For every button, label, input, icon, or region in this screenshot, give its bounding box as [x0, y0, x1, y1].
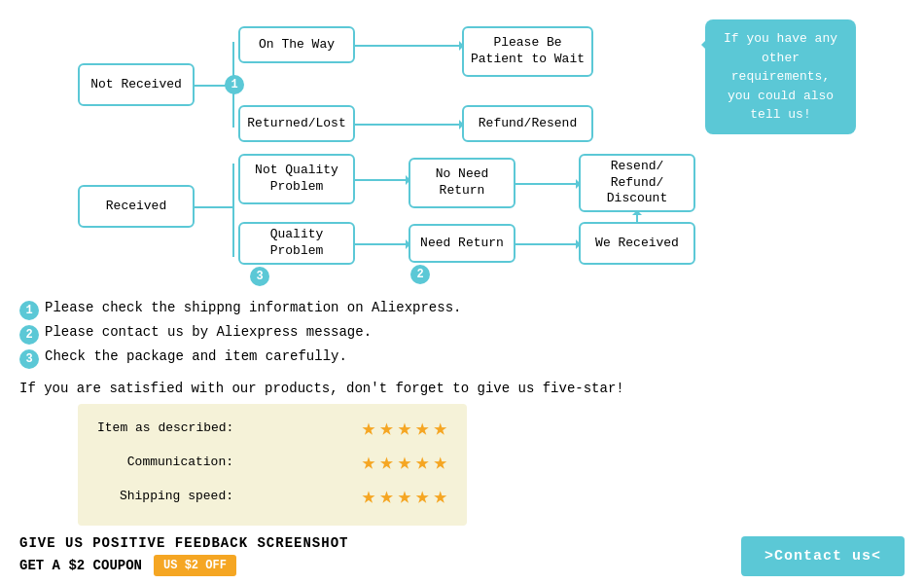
we-received-box: We Received — [579, 222, 695, 265]
refund-resend-box: Refund/Resend — [462, 105, 593, 142]
need-return-box: Need Return — [409, 224, 515, 263]
footer: GIVE US POSITIVE FEEDBACK SCREENSHOT GET… — [19, 535, 905, 576]
feedback-text: GIVE US POSITIVE FEEDBACK SCREENSHOT — [19, 535, 348, 551]
rating-row-3: Shipping speed: ★ ★ ★ ★ ★ — [97, 482, 447, 510]
rating-intro: If you are satisfied with our products, … — [19, 381, 905, 396]
rating-table: Item as described: ★ ★ ★ ★ ★ Communicati… — [78, 404, 467, 526]
returned-lost-box: Returned/Lost — [238, 105, 355, 142]
quality-problem-box: Quality Problem — [238, 222, 355, 265]
stars-1: ★ ★ ★ ★ ★ — [362, 414, 447, 442]
coupon-text: GET A $2 COUPON — [19, 558, 142, 573]
rating-row-2: Communication: ★ ★ ★ ★ ★ — [97, 448, 447, 476]
rating-label-2: Communication: — [97, 455, 233, 469]
note-item-1: 1 Please check the shippng information o… — [19, 300, 905, 320]
note-item-2: 2 Please contact us by Aliexpress messag… — [19, 324, 905, 345]
stars-2: ★ ★ ★ ★ ★ — [362, 448, 447, 476]
note-badge-1: 1 — [19, 301, 39, 320]
rating-section: If you are satisfied with our products, … — [19, 381, 905, 526]
badge-2: 2 — [410, 265, 430, 284]
coupon-badge: US $2 OFF — [154, 555, 236, 576]
resend-refund-box: Resend/ Refund/ Discount — [579, 154, 695, 212]
rating-label-3: Shipping speed: — [97, 489, 233, 503]
stars-3: ★ ★ ★ ★ ★ — [362, 482, 447, 510]
callout-bubble: If you have any other requirements, you … — [705, 19, 856, 134]
please-wait-box: Please Be Patient to Wait — [462, 26, 593, 77]
note-item-3: 3 Check the package and item carefully. — [19, 348, 905, 369]
footer-left: GIVE US POSITIVE FEEDBACK SCREENSHOT GET… — [19, 535, 348, 576]
flowchart: Not Received On The Way Returned/Lost Pl… — [15, 10, 909, 292]
badge-1: 1 — [225, 75, 244, 94]
badge-3: 3 — [250, 267, 269, 286]
no-need-return-box: No Need Return — [409, 158, 515, 208]
notes-section: 1 Please check the shippng information o… — [19, 300, 905, 369]
rating-label-1: Item as described: — [97, 420, 233, 435]
note-badge-2: 2 — [19, 325, 39, 345]
received-box: Received — [78, 185, 195, 228]
rating-row-1: Item as described: ★ ★ ★ ★ ★ — [97, 414, 447, 442]
coupon-row: GET A $2 COUPON US $2 OFF — [19, 555, 348, 576]
on-the-way-box: On The Way — [238, 26, 355, 63]
not-quality-box: Not Quality Problem — [238, 154, 355, 204]
not-received-box: Not Received — [78, 63, 195, 106]
note-badge-3: 3 — [19, 349, 39, 369]
contact-button[interactable]: >Contact us< — [741, 536, 905, 576]
